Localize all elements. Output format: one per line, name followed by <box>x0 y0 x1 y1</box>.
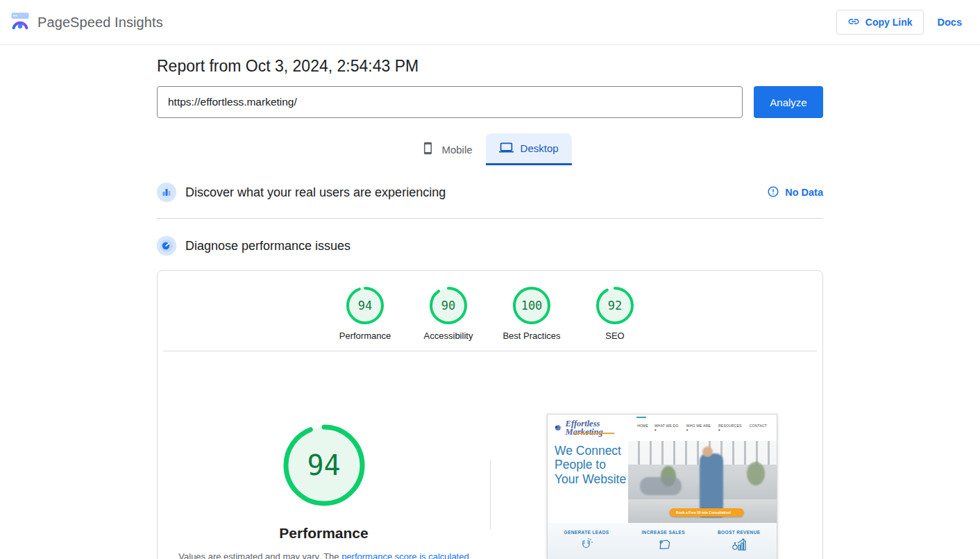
thumb-nav-what-we-do: WHAT WE DO ▾ <box>654 424 680 432</box>
final-screenshot-thumbnail[interactable]: Effortless Marketing HOME WHAT WE DO ▾ W… <box>547 414 777 559</box>
smartphone-icon <box>421 142 434 157</box>
thumb-cta-button: Book a Free 30 min Consultation! ☝ <box>670 508 744 517</box>
copy-link-label: Copy Link <box>865 17 913 28</box>
big-performance-score: 94 <box>282 424 366 507</box>
app-header: PageSpeed Insights Copy Link Docs <box>0 0 980 45</box>
performance-detail: 94 Performance Values are estimated and … <box>158 351 822 559</box>
analyze-button[interactable]: Analyze <box>754 86 823 118</box>
main-content: Report from Oct 3, 2024, 2:54:43 PM Anal… <box>157 57 823 559</box>
tab-mobile[interactable]: Mobile <box>408 133 485 165</box>
thumb-feature-sales-label: INCREASE SALES <box>641 530 685 535</box>
section-divider <box>157 218 823 219</box>
field-data-section: Discover what your real users are experi… <box>157 176 823 208</box>
seo-score: 92 <box>595 286 634 325</box>
seo-gauge-ring: 92 <box>595 286 634 325</box>
performance-score: 94 <box>346 286 385 325</box>
tab-desktop[interactable]: Desktop <box>486 133 572 165</box>
performance-gauge-ring: 94 <box>346 286 385 325</box>
disclaimer-text: Values are estimated and may vary. The p… <box>178 551 468 559</box>
best-practices-score: 100 <box>512 286 551 325</box>
report-title: Report from Oct 3, 2024, 2:54:43 PM <box>157 57 823 76</box>
magnet-icon <box>580 538 593 551</box>
gauge-performance[interactable]: 94 Performance <box>323 286 407 341</box>
thumb-feature-revenue: BOOST REVENUE <box>718 530 761 559</box>
link-icon <box>847 15 860 30</box>
gauge-accessibility[interactable]: 90 Accessibility <box>407 286 490 341</box>
no-data-label: No Data <box>785 187 823 198</box>
thumb-logo-tagline <box>574 433 614 434</box>
big-performance-gauge: 94 <box>282 424 366 507</box>
category-gauges: 94 Performance 90 Accessibility <box>158 271 822 341</box>
diagnose-title: Diagnose performance issues <box>185 239 350 253</box>
diagnose-section: Diagnose performance issues <box>157 230 823 262</box>
field-data-title: Discover what your real users are experi… <box>185 185 446 200</box>
no-data-badge[interactable]: No Data <box>767 185 823 200</box>
tab-mobile-label: Mobile <box>441 144 472 156</box>
gauge-seo[interactable]: 92 SEO <box>573 286 657 341</box>
thumb-hero-photo: Book a Free 30 min Consultation! ☝ <box>628 441 777 523</box>
bar-chart-icon <box>157 183 176 202</box>
thumb-feature-leads-label: GENERATE LEADS <box>564 530 609 535</box>
thumb-hero: We Connect People to Your Website Book a… <box>548 441 777 523</box>
thumb-nav-who-we-are: WHO WE ARE ▾ <box>686 424 712 432</box>
thumb-feature-leads: GENERATE LEADS <box>564 530 609 559</box>
accessibility-score: 90 <box>429 286 468 325</box>
performance-summary: 94 Performance Values are estimated and … <box>158 351 490 559</box>
accessibility-gauge-ring: 90 <box>429 286 468 325</box>
copy-link-button[interactable]: Copy Link <box>836 10 924 35</box>
thumb-feature-revenue-label: BOOST REVENUE <box>718 530 761 535</box>
thumb-features: GENERATE LEADS INCREASE SALES <box>548 523 777 559</box>
thumb-nav-resources: RESOURCES ▾ <box>718 424 743 432</box>
seo-label: SEO <box>605 331 624 341</box>
url-row: Analyze <box>157 86 823 118</box>
performance-label: Performance <box>339 331 391 341</box>
header-actions: Copy Link Docs <box>836 10 962 35</box>
best-practices-gauge-ring: 100 <box>512 286 551 325</box>
gauge-best-practices[interactable]: 100 Best Practices <box>490 286 573 341</box>
thumb-cta-label: Book a Free 30 min Consultation! <box>676 510 731 515</box>
device-tabs: Mobile Desktop <box>157 133 823 165</box>
thumb-feature-sales: INCREASE SALES <box>641 530 685 559</box>
thumb-nav-contact: CONTACT <box>750 424 767 432</box>
bird-logo-icon <box>555 424 563 432</box>
info-icon <box>767 185 779 200</box>
thumb-nav-home: HOME <box>637 424 648 432</box>
performance-score-link[interactable]: performance score is calculated <box>341 551 469 559</box>
pointer-hand-icon: ☝ <box>734 510 738 515</box>
gauge-icon <box>157 236 176 256</box>
lighthouse-report-card: 94 Performance 90 Accessibility <box>157 270 823 559</box>
revenue-chart-icon <box>732 538 747 551</box>
brand: PageSpeed Insights <box>10 10 163 34</box>
screenshot-pane: Effortless Marketing HOME WHAT WE DO ▾ W… <box>491 351 822 559</box>
accessibility-label: Accessibility <box>424 331 473 341</box>
best-practices-label: Best Practices <box>502 331 560 341</box>
tab-desktop-label: Desktop <box>521 142 559 154</box>
big-performance-label: Performance <box>279 525 368 542</box>
url-input[interactable] <box>157 86 743 118</box>
thumb-headline: We Connect People to Your Website <box>548 441 628 523</box>
price-tag-icon <box>656 538 671 551</box>
disclaimer-prefix: Values are estimated and may vary. The <box>178 551 341 559</box>
thumb-site-header: Effortless Marketing HOME WHAT WE DO ▾ W… <box>548 415 777 441</box>
pagespeed-logo-icon <box>10 10 31 34</box>
laptop-icon <box>499 140 514 157</box>
docs-link[interactable]: Docs <box>938 17 962 28</box>
thumb-site-nav: HOME WHAT WE DO ▾ WHO WE ARE ▾ RESOURCES… <box>637 424 770 432</box>
app-title: PageSpeed Insights <box>37 15 163 31</box>
